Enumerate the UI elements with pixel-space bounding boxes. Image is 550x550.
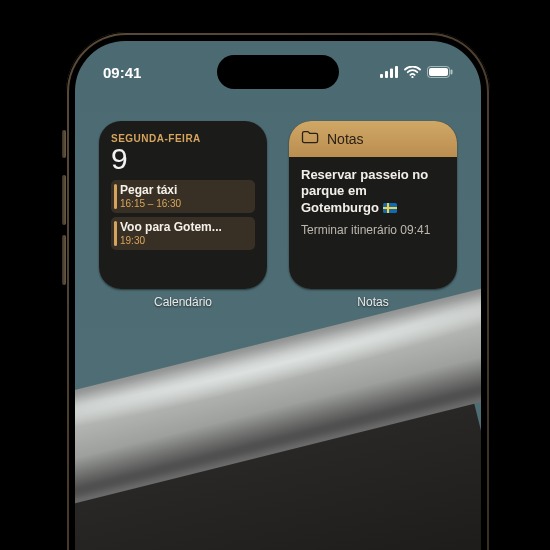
battery-icon [427,66,453,78]
svg-rect-7 [451,70,453,75]
phone-frame: 09:41 [66,32,490,550]
cellular-icon [380,66,398,78]
wifi-icon [404,66,421,78]
status-bar: 09:41 [75,55,481,89]
note-primary-text: Reservar passeio no parque em Gotemburgo [301,167,445,217]
notes-widget-header: Notas [289,121,457,157]
note-secondary-text: Terminar itinerário 09:41 [301,223,445,238]
calendar-day-of-week: SEGUNDA-FEIRA [111,133,255,144]
widget-label-calendar: Calendário [154,295,212,309]
svg-rect-1 [385,71,388,78]
svg-rect-0 [380,74,383,78]
calendar-event[interactable]: Voo para Gotem... 19:30 [111,217,255,250]
calendar-event[interactable]: Pegar táxi 16:15 – 16:30 [111,180,255,213]
folder-icon [301,130,319,148]
event-time: 16:15 – 16:30 [120,198,249,209]
svg-rect-3 [395,66,398,78]
event-title: Pegar táxi [120,184,249,197]
notes-widget[interactable]: Notas Reservar passeio no parque em Gote… [289,121,457,289]
home-screen[interactable]: 09:41 [75,41,481,550]
event-time: 19:30 [120,235,249,246]
svg-rect-10 [383,207,397,209]
status-time: 09:41 [103,64,141,81]
svg-rect-6 [429,68,448,76]
notes-header-title: Notas [327,131,364,147]
calendar-widget[interactable]: SEGUNDA-FEIRA 9 Pegar táxi 16:15 – 16:30… [99,121,267,289]
flag-sweden-icon [383,201,397,217]
svg-rect-2 [390,69,393,79]
svg-point-4 [411,76,413,78]
calendar-day-number: 9 [111,144,255,174]
event-title: Voo para Gotem... [120,221,249,234]
widget-label-notes: Notas [357,295,388,309]
